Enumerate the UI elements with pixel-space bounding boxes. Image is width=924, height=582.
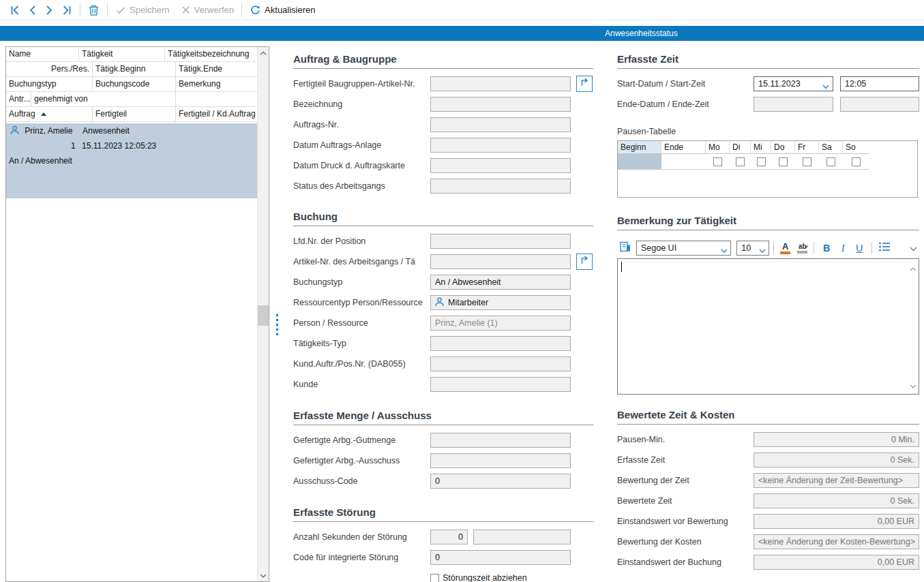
person-icon	[10, 125, 19, 140]
chevron-down-icon	[910, 242, 917, 254]
form-column-middle: Auftrag & Baugruppe Fertigteil Baugruppe…	[293, 46, 593, 582]
main-toolbar: Speichern Verwerfen Aktualisieren	[0, 0, 924, 20]
pausen-ende-cell[interactable]	[661, 154, 706, 169]
panel-splitter-handle[interactable]	[276, 314, 279, 338]
last-record-button[interactable]	[57, 2, 75, 18]
column-header-name[interactable]: Name	[6, 47, 79, 62]
underline-icon: U	[853, 243, 865, 254]
scrollbar-up-icon[interactable]	[258, 47, 269, 59]
column-header-bemerkung[interactable]: Bemerkung	[176, 77, 257, 92]
next-record-button[interactable]	[41, 2, 57, 18]
delete-button[interactable]	[85, 2, 102, 18]
field-anzahl-sekunden-stoerung: Anzahl Sekunden der Störung 0	[293, 530, 593, 545]
pausen-col-beginn[interactable]: Beginn	[618, 141, 661, 153]
record-name: Prinz, Amelie	[25, 126, 72, 136]
first-record-button[interactable]	[7, 2, 25, 18]
column-header-fertigteil[interactable]: Fertigteil	[93, 107, 176, 122]
bemerkung-textarea[interactable]	[617, 258, 919, 395]
italic-button[interactable]: I	[835, 241, 851, 256]
column-header-buchungscode[interactable]: Buchungscode	[93, 77, 176, 92]
field-person-ressource: Person / Ressource Prinz, Amelie (1)	[293, 316, 593, 331]
underline-button[interactable]: U	[851, 241, 867, 256]
pausen-table-row[interactable]	[618, 154, 869, 170]
scroll-up-icon[interactable]	[910, 262, 916, 274]
font-family-select[interactable]: Segoe UI	[636, 241, 731, 256]
jump-to-arbeitsgang-button[interactable]	[576, 254, 593, 270]
pausen-col-sa[interactable]: Sa	[819, 141, 843, 153]
column-header-pers-res[interactable]: Pers./Res.	[6, 62, 93, 77]
bullet-list-button[interactable]	[876, 241, 893, 256]
auftrags-nr-input	[430, 117, 571, 132]
column-header-antrag[interactable]: Antr...	[6, 92, 31, 107]
checkbox-mo[interactable]	[713, 157, 722, 166]
checkbox-di[interactable]	[736, 157, 745, 166]
field-artikel-nr-arbeitsgang: Artikel-Nr. des Arbeitsgangs / Tä	[293, 254, 593, 269]
bewertete-zeit-input: 0 Sek.	[754, 493, 919, 508]
section-auftrag-baugruppe: Auftrag & Baugruppe Fertigteil Baugruppe…	[293, 53, 593, 194]
column-header-fertigteil-kd-auftrag[interactable]: Fertigteil / Kd.Auftrag	[176, 107, 257, 122]
selected-record-row[interactable]: Prinz, Amelie Anwesenheit 1 15.11.2023 1…	[6, 123, 257, 198]
pausen-col-do[interactable]: Do	[771, 141, 795, 153]
pausen-beginn-cell[interactable]	[618, 154, 661, 169]
field-fertigteil-baugruppen-artikel-nr: Fertigteil Baugruppen-Artikel-Nr.	[293, 76, 593, 91]
previous-record-button[interactable]	[25, 2, 41, 18]
highlight-icon: ab̷	[799, 243, 807, 250]
record-line-1: Prinz, Amelie Anwesenheit	[10, 123, 72, 138]
column-header-buchungstyp[interactable]: Buchungstyp	[6, 77, 93, 92]
field-gefertigter-ausschuss: Gefertigter Arbg.-Ausschuss	[293, 453, 593, 468]
column-header-taetigk-ende[interactable]: Tätigk.Ende	[176, 62, 257, 77]
grid-vertical-scrollbar[interactable]	[257, 47, 269, 581]
jump-to-artikel-button[interactable]	[576, 76, 593, 92]
toolbar-separator	[107, 3, 108, 17]
erfasste-zeit-input: 0 Sek.	[754, 453, 919, 468]
field-erfasste-zeit: Erfasste Zeit 0 Sek.	[617, 453, 919, 468]
checkbox-do[interactable]	[779, 157, 788, 166]
save-button[interactable]: Speichern	[113, 2, 173, 18]
column-header-genehmigt-von[interactable]: genehmigt von	[31, 92, 176, 107]
checkbox-mi[interactable]	[757, 157, 766, 166]
start-zeit-input[interactable]: 12:05	[840, 76, 919, 91]
font-color-button[interactable]: A	[778, 241, 792, 256]
highlight-color-button[interactable]: ab̷	[795, 241, 809, 256]
record-taetigkeit: Anwesenheit	[83, 123, 130, 138]
checkbox-fr[interactable]	[803, 157, 811, 166]
font-size-select[interactable]: 10	[736, 241, 769, 256]
pausen-col-di[interactable]: Di	[730, 141, 751, 153]
pausen-col-so[interactable]: So	[843, 141, 869, 153]
discard-button[interactable]: Verwerfen	[178, 2, 237, 18]
checkbox-so[interactable]	[852, 157, 861, 166]
scrollbar-down-icon[interactable]	[258, 570, 269, 581]
pausen-col-mi[interactable]: Mi	[751, 141, 771, 153]
bold-button[interactable]: B	[818, 241, 835, 256]
section-title: Auftrag & Baugruppe	[293, 53, 593, 69]
column-header-taetigk-beginn[interactable]: Tätigk.Beginn	[93, 62, 176, 77]
taetigkeits-typ-input	[430, 336, 571, 351]
column-header-taetigkeitsbezeichnung[interactable]: Tätigkeitsbezeichnung	[165, 47, 257, 62]
scroll-down-icon[interactable]	[910, 379, 916, 391]
einstandswert-der-buchung-input: 0,00 EUR	[754, 555, 919, 570]
pausen-col-fr[interactable]: Fr	[795, 141, 819, 153]
gefertigter-ausschuss-input	[430, 453, 571, 468]
stoerungszeit-abziehen-checkbox[interactable]	[430, 574, 439, 582]
field-ende-datum-zeit: Ende-Datum / Ende-Zeit	[617, 97, 919, 112]
save-button-label: Speichern	[130, 5, 170, 15]
start-datum-dropdown[interactable]: 15.11.2023	[754, 76, 833, 91]
toolbar-separator	[814, 242, 814, 254]
checkbox-sa[interactable]	[826, 157, 835, 166]
scrollbar-thumb[interactable]	[258, 305, 269, 326]
toolbar-separator	[871, 242, 872, 254]
text-template-button[interactable]	[617, 241, 634, 256]
pausen-col-mo[interactable]: Mo	[706, 141, 730, 153]
stoerung-text-input	[473, 530, 571, 545]
field-datum-druck-auftragskarte: Datum Druck d. Auftragskarte	[293, 158, 593, 173]
bewertung-der-kosten-input: <keine Änderung der Kosten-Bewertung>	[754, 534, 919, 549]
bold-icon: B	[820, 243, 833, 254]
field-datum-auftrags-anlage: Datum Auftrags-Anlage	[293, 138, 593, 153]
refresh-button[interactable]: Aktualisieren	[247, 2, 318, 18]
tab-titlebar[interactable]: Anwesenheitsstatus	[0, 26, 924, 41]
field-gefertigte-gutmenge: Gefertigte Arbg.-Gutmenge	[293, 433, 593, 448]
pausen-col-ende[interactable]: Ende	[661, 141, 706, 153]
toolbar-more-button[interactable]	[908, 241, 919, 256]
column-header-taetigkeit[interactable]: Tätigkeit	[79, 47, 165, 62]
column-header-auftrag[interactable]: Auftrag	[6, 107, 93, 122]
